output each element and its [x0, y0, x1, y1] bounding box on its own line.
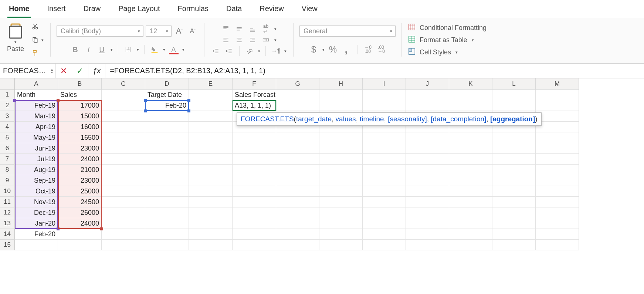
formula-input[interactable]: =FORECAST.ETS(D2, B2:B13, A2:A13, 1, 1, … [105, 67, 644, 75]
cell-D2[interactable]: Feb-20 [145, 100, 189, 111]
cell-C7[interactable] [102, 154, 145, 165]
cell-D5[interactable] [145, 132, 189, 143]
cell-H15[interactable] [319, 240, 363, 250]
tooltip-arg-4[interactable]: [data_completion] [431, 115, 486, 123]
row-header-15[interactable]: 15 [0, 240, 15, 250]
cell-L13[interactable] [492, 218, 536, 229]
cell-L2[interactable] [492, 100, 536, 111]
cell-H11[interactable] [319, 197, 363, 207]
cell-styles-button[interactable]: Cell Styles▾ [408, 47, 487, 57]
cell-G2[interactable] [276, 100, 319, 111]
cell-I7[interactable] [363, 154, 406, 165]
cell-D7[interactable] [145, 154, 189, 165]
cell-K9[interactable] [449, 175, 492, 186]
cell-B11[interactable]: 24500 [58, 197, 102, 207]
cell-F13[interactable] [233, 218, 276, 229]
cell-A9[interactable]: Sep-19 [15, 175, 58, 186]
increase-decimal-icon[interactable]: ←0.00 [363, 45, 374, 54]
cell-H12[interactable] [319, 207, 363, 218]
cell-A10[interactable]: Oct-19 [15, 186, 58, 197]
cell-H10[interactable] [319, 186, 363, 197]
cell-D9[interactable] [145, 175, 189, 186]
font-name-dropdown[interactable]: Calibri (Body)▾ [57, 26, 143, 37]
cell-F11[interactable] [233, 197, 276, 207]
row-header-8[interactable]: 8 [0, 165, 15, 175]
cell-J5[interactable] [406, 132, 449, 143]
cell-I1[interactable] [363, 89, 406, 100]
cell-D14[interactable] [145, 229, 189, 240]
cell-B3[interactable]: 15000 [58, 111, 102, 122]
format-as-table-button[interactable]: Format as Table▾ [408, 35, 487, 45]
percent-icon[interactable]: % [328, 45, 339, 54]
align-top-icon[interactable] [220, 24, 231, 34]
cell-I12[interactable] [363, 207, 406, 218]
cell-K6[interactable] [449, 143, 492, 154]
tab-formulas[interactable]: Formulas [176, 3, 210, 18]
cell-J9[interactable] [406, 175, 449, 186]
row-header-10[interactable]: 10 [0, 186, 15, 197]
row-header-11[interactable]: 11 [0, 197, 15, 207]
cell-B8[interactable]: 21000 [58, 165, 102, 175]
decrease-font-icon[interactable]: Aˇ [187, 26, 198, 36]
cell-A15[interactable] [15, 240, 58, 250]
cell-D4[interactable] [145, 122, 189, 132]
cell-J2[interactable] [406, 100, 449, 111]
cell-J6[interactable] [406, 143, 449, 154]
cell-E7[interactable] [189, 154, 233, 165]
cell-L1[interactable] [492, 89, 536, 100]
cell-E13[interactable] [189, 218, 233, 229]
cell-L9[interactable] [492, 175, 536, 186]
cell-B6[interactable]: 23000 [58, 143, 102, 154]
font-size-dropdown[interactable]: 12▾ [146, 26, 172, 37]
cell-D11[interactable] [145, 197, 189, 207]
cell-B4[interactable]: 16000 [58, 122, 102, 132]
column-header-c[interactable]: C [102, 78, 145, 89]
cell-F6[interactable] [233, 143, 276, 154]
cell-M5[interactable] [536, 132, 579, 143]
orientation-icon[interactable]: ab [243, 44, 257, 58]
bold-button[interactable]: B [70, 45, 81, 54]
row-header-5[interactable]: 5 [0, 132, 15, 143]
cell-B13[interactable]: 24000 [58, 218, 102, 229]
cell-I5[interactable] [363, 132, 406, 143]
cell-D10[interactable] [145, 186, 189, 197]
cell-E6[interactable] [189, 143, 233, 154]
cell-L5[interactable] [492, 132, 536, 143]
cell-G5[interactable] [276, 132, 319, 143]
cell-K1[interactable] [449, 89, 492, 100]
column-header-i[interactable]: I [363, 78, 406, 89]
cell-E10[interactable] [189, 186, 233, 197]
cell-D8[interactable] [145, 165, 189, 175]
tab-insert[interactable]: Insert [46, 3, 67, 18]
number-format-dropdown[interactable]: General▾ [299, 26, 396, 37]
decrease-indent-icon[interactable] [210, 46, 221, 56]
cell-I10[interactable] [363, 186, 406, 197]
cell-E9[interactable] [189, 175, 233, 186]
fx-label[interactable]: ƒx [88, 64, 105, 78]
conditional-formatting-button[interactable]: Conditional Formatting [408, 23, 487, 33]
column-header-e[interactable]: E [189, 78, 233, 89]
cell-E8[interactable] [189, 165, 233, 175]
cell-E2[interactable] [189, 100, 233, 111]
font-color-icon[interactable]: A [168, 45, 179, 54]
italic-button[interactable]: I [83, 45, 94, 54]
increase-indent-icon[interactable] [224, 46, 235, 56]
cell-E14[interactable] [189, 229, 233, 240]
cell-L6[interactable] [492, 143, 536, 154]
cell-M6[interactable] [536, 143, 579, 154]
column-header-b[interactable]: B [58, 78, 102, 89]
cell-C11[interactable] [102, 197, 145, 207]
cell-M8[interactable] [536, 165, 579, 175]
cell-G11[interactable] [276, 197, 319, 207]
wrap-text-icon[interactable]: ab↵ [260, 24, 271, 34]
cell-A13[interactable]: Jan-20 [15, 218, 58, 229]
tooltip-fn-name[interactable]: FORECAST.ETS [241, 115, 294, 123]
cut-icon[interactable] [30, 22, 41, 31]
enter-button[interactable]: ✓ [72, 64, 88, 78]
cell-C15[interactable] [102, 240, 145, 250]
cell-F10[interactable] [233, 186, 276, 197]
cell-I14[interactable] [363, 229, 406, 240]
cell-F12[interactable] [233, 207, 276, 218]
tab-draw[interactable]: Draw [82, 3, 102, 18]
row-header-4[interactable]: 4 [0, 122, 15, 132]
